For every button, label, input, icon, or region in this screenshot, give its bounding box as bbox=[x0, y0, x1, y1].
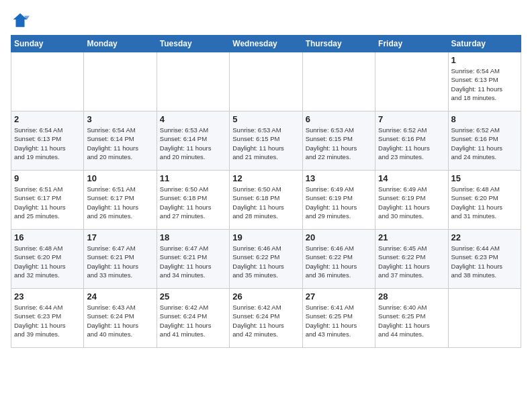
calendar-day-cell: 2Sunrise: 6:54 AM Sunset: 6:13 PM Daylig… bbox=[11, 111, 84, 171]
day-number: 28 bbox=[378, 291, 445, 302]
day-detail: Sunrise: 6:46 AM Sunset: 6:22 PM Dayligh… bbox=[232, 244, 299, 279]
day-detail: Sunrise: 6:53 AM Sunset: 6:15 PM Dayligh… bbox=[306, 126, 372, 161]
svg-marker-0 bbox=[13, 13, 28, 28]
day-number: 16 bbox=[14, 232, 81, 242]
day-number: 21 bbox=[378, 232, 445, 242]
day-number: 2 bbox=[14, 114, 81, 124]
calendar-week-row: 2Sunrise: 6:54 AM Sunset: 6:13 PM Daylig… bbox=[11, 111, 521, 171]
calendar-day-cell: 1Sunrise: 6:54 AM Sunset: 6:13 PM Daylig… bbox=[448, 52, 521, 111]
day-detail: Sunrise: 6:52 AM Sunset: 6:16 PM Dayligh… bbox=[451, 126, 518, 161]
day-detail: Sunrise: 6:51 AM Sunset: 6:17 PM Dayligh… bbox=[87, 185, 153, 220]
day-number: 14 bbox=[378, 173, 445, 183]
page-header bbox=[11, 11, 521, 30]
day-detail: Sunrise: 6:48 AM Sunset: 6:20 PM Dayligh… bbox=[451, 185, 518, 220]
day-number: 20 bbox=[306, 232, 372, 242]
calendar-day-cell: 15Sunrise: 6:48 AM Sunset: 6:20 PM Dayli… bbox=[448, 171, 521, 230]
calendar-week-row: 16Sunrise: 6:48 AM Sunset: 6:20 PM Dayli… bbox=[11, 230, 521, 289]
day-detail: Sunrise: 6:51 AM Sunset: 6:17 PM Dayligh… bbox=[14, 185, 81, 220]
day-detail: Sunrise: 6:45 AM Sunset: 6:22 PM Dayligh… bbox=[378, 244, 445, 279]
calendar-day-cell: 6Sunrise: 6:53 AM Sunset: 6:15 PM Daylig… bbox=[302, 111, 375, 171]
weekday-header-cell: Thursday bbox=[302, 36, 375, 52]
calendar-day-cell bbox=[11, 52, 84, 111]
day-detail: Sunrise: 6:44 AM Sunset: 6:23 PM Dayligh… bbox=[14, 303, 81, 338]
calendar-day-cell: 13Sunrise: 6:49 AM Sunset: 6:19 PM Dayli… bbox=[302, 171, 375, 230]
day-number: 19 bbox=[232, 232, 299, 242]
calendar-day-cell: 11Sunrise: 6:50 AM Sunset: 6:18 PM Dayli… bbox=[157, 171, 229, 230]
day-detail: Sunrise: 6:42 AM Sunset: 6:24 PM Dayligh… bbox=[160, 303, 226, 338]
calendar-day-cell bbox=[157, 52, 229, 111]
day-number: 26 bbox=[232, 291, 299, 302]
day-detail: Sunrise: 6:48 AM Sunset: 6:20 PM Dayligh… bbox=[14, 244, 81, 279]
day-detail: Sunrise: 6:43 AM Sunset: 6:24 PM Dayligh… bbox=[87, 303, 153, 338]
calendar-day-cell: 16Sunrise: 6:48 AM Sunset: 6:20 PM Dayli… bbox=[11, 230, 84, 289]
day-number: 5 bbox=[232, 114, 299, 124]
day-number: 8 bbox=[451, 114, 518, 124]
day-number: 9 bbox=[14, 173, 81, 183]
day-number: 18 bbox=[160, 232, 226, 242]
calendar-day-cell: 25Sunrise: 6:42 AM Sunset: 6:24 PM Dayli… bbox=[157, 289, 229, 348]
day-number: 4 bbox=[160, 114, 226, 124]
day-number: 11 bbox=[160, 173, 226, 183]
day-detail: Sunrise: 6:47 AM Sunset: 6:21 PM Dayligh… bbox=[87, 244, 153, 279]
day-detail: Sunrise: 6:54 AM Sunset: 6:13 PM Dayligh… bbox=[451, 66, 518, 102]
day-number: 12 bbox=[232, 173, 299, 183]
calendar-day-cell: 27Sunrise: 6:41 AM Sunset: 6:25 PM Dayli… bbox=[302, 289, 375, 348]
calendar-day-cell: 9Sunrise: 6:51 AM Sunset: 6:17 PM Daylig… bbox=[11, 171, 84, 230]
day-number: 1 bbox=[451, 55, 518, 65]
weekday-header-cell: Tuesday bbox=[157, 36, 229, 52]
calendar-day-cell: 3Sunrise: 6:54 AM Sunset: 6:14 PM Daylig… bbox=[84, 111, 157, 171]
day-detail: Sunrise: 6:50 AM Sunset: 6:18 PM Dayligh… bbox=[160, 185, 226, 220]
calendar-day-cell: 22Sunrise: 6:44 AM Sunset: 6:23 PM Dayli… bbox=[448, 230, 521, 289]
calendar-day-cell: 28Sunrise: 6:40 AM Sunset: 6:25 PM Dayli… bbox=[375, 289, 448, 348]
day-number: 24 bbox=[87, 291, 153, 302]
weekday-header-cell: Sunday bbox=[11, 36, 84, 52]
calendar-day-cell: 10Sunrise: 6:51 AM Sunset: 6:17 PM Dayli… bbox=[84, 171, 157, 230]
day-number: 25 bbox=[160, 291, 226, 302]
calendar-day-cell: 12Sunrise: 6:50 AM Sunset: 6:18 PM Dayli… bbox=[230, 171, 302, 230]
day-detail: Sunrise: 6:49 AM Sunset: 6:19 PM Dayligh… bbox=[306, 185, 372, 220]
day-detail: Sunrise: 6:53 AM Sunset: 6:15 PM Dayligh… bbox=[232, 126, 299, 161]
calendar-day-cell: 20Sunrise: 6:46 AM Sunset: 6:22 PM Dayli… bbox=[302, 230, 375, 289]
calendar-day-cell bbox=[302, 52, 375, 111]
calendar-day-cell bbox=[84, 52, 157, 111]
calendar-day-cell: 19Sunrise: 6:46 AM Sunset: 6:22 PM Dayli… bbox=[230, 230, 302, 289]
day-detail: Sunrise: 6:47 AM Sunset: 6:21 PM Dayligh… bbox=[160, 244, 226, 279]
svg-marker-1 bbox=[25, 15, 30, 19]
calendar-body: 1Sunrise: 6:54 AM Sunset: 6:13 PM Daylig… bbox=[11, 52, 521, 348]
day-number: 17 bbox=[87, 232, 153, 242]
day-detail: Sunrise: 6:44 AM Sunset: 6:23 PM Dayligh… bbox=[451, 244, 518, 279]
calendar-day-cell: 4Sunrise: 6:53 AM Sunset: 6:14 PM Daylig… bbox=[157, 111, 229, 171]
day-number: 10 bbox=[87, 173, 153, 183]
calendar-day-cell: 23Sunrise: 6:44 AM Sunset: 6:23 PM Dayli… bbox=[11, 289, 84, 348]
calendar-day-cell bbox=[375, 52, 448, 111]
weekday-header-cell: Wednesday bbox=[230, 36, 302, 52]
weekday-header-cell: Monday bbox=[84, 36, 157, 52]
weekday-header-cell: Friday bbox=[375, 36, 448, 52]
day-detail: Sunrise: 6:52 AM Sunset: 6:16 PM Dayligh… bbox=[378, 126, 445, 161]
day-number: 7 bbox=[378, 114, 445, 124]
weekday-header-row: SundayMondayTuesdayWednesdayThursdayFrid… bbox=[11, 36, 521, 52]
calendar-day-cell bbox=[448, 289, 521, 348]
day-detail: Sunrise: 6:54 AM Sunset: 6:13 PM Dayligh… bbox=[14, 126, 81, 161]
calendar-day-cell: 14Sunrise: 6:49 AM Sunset: 6:19 PM Dayli… bbox=[375, 171, 448, 230]
calendar-week-row: 23Sunrise: 6:44 AM Sunset: 6:23 PM Dayli… bbox=[11, 289, 521, 348]
calendar-day-cell: 17Sunrise: 6:47 AM Sunset: 6:21 PM Dayli… bbox=[84, 230, 157, 289]
day-number: 27 bbox=[306, 291, 372, 302]
logo bbox=[11, 11, 32, 30]
day-detail: Sunrise: 6:53 AM Sunset: 6:14 PM Dayligh… bbox=[160, 126, 226, 161]
calendar-week-row: 1Sunrise: 6:54 AM Sunset: 6:13 PM Daylig… bbox=[11, 52, 521, 111]
day-detail: Sunrise: 6:41 AM Sunset: 6:25 PM Dayligh… bbox=[306, 303, 372, 338]
weekday-header-cell: Saturday bbox=[448, 36, 521, 52]
calendar-day-cell: 21Sunrise: 6:45 AM Sunset: 6:22 PM Dayli… bbox=[375, 230, 448, 289]
day-number: 13 bbox=[306, 173, 372, 183]
calendar-week-row: 9Sunrise: 6:51 AM Sunset: 6:17 PM Daylig… bbox=[11, 171, 521, 230]
calendar-day-cell: 18Sunrise: 6:47 AM Sunset: 6:21 PM Dayli… bbox=[157, 230, 229, 289]
day-number: 15 bbox=[451, 173, 518, 183]
calendar-day-cell: 8Sunrise: 6:52 AM Sunset: 6:16 PM Daylig… bbox=[448, 111, 521, 171]
day-number: 22 bbox=[451, 232, 518, 242]
day-detail: Sunrise: 6:42 AM Sunset: 6:24 PM Dayligh… bbox=[232, 303, 299, 338]
calendar-day-cell: 7Sunrise: 6:52 AM Sunset: 6:16 PM Daylig… bbox=[375, 111, 448, 171]
day-number: 3 bbox=[87, 114, 153, 124]
logo-icon bbox=[11, 11, 30, 30]
calendar-table: SundayMondayTuesdayWednesdayThursdayFrid… bbox=[11, 35, 521, 348]
